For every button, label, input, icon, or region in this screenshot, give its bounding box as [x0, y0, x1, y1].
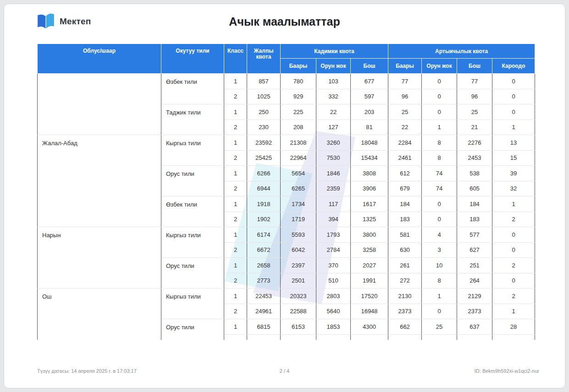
- value-cell: 2359: [316, 181, 351, 196]
- value-cell: [351, 334, 388, 340]
- value-cell: 22: [316, 104, 351, 120]
- value-cell: 2373: [388, 304, 422, 319]
- value-cell: 1793: [316, 227, 351, 243]
- region-cell: Нарын: [38, 227, 161, 289]
- col-header-class: Класс: [224, 44, 247, 74]
- value-cell: 0: [492, 273, 535, 289]
- value-cell: 1325: [351, 212, 388, 227]
- value-cell: 3808: [351, 166, 388, 181]
- value-cell: 1719: [281, 212, 316, 227]
- value-cell: 627: [457, 242, 492, 258]
- value-cell: 6266: [247, 166, 281, 181]
- value-cell: 261: [388, 258, 422, 273]
- brand-name: Мектеп: [60, 16, 91, 27]
- value-cell: 6042: [281, 242, 316, 258]
- region-cell: [38, 74, 161, 135]
- value-cell: 10: [422, 258, 457, 273]
- value-cell: 1846: [316, 166, 351, 181]
- value-cell: 183: [388, 212, 422, 227]
- col-header-priority-free: Бош: [457, 59, 492, 74]
- value-cell: 2658: [247, 258, 281, 273]
- value-cell: 3: [422, 242, 457, 258]
- language-cell: Таджик тили: [161, 104, 224, 135]
- class-cell: 1: [224, 135, 247, 151]
- value-cell: 28: [492, 319, 535, 335]
- value-cell: 25: [457, 104, 492, 120]
- value-cell: 96: [388, 89, 422, 104]
- value-cell: 1: [422, 120, 457, 135]
- value-cell: 1: [492, 120, 535, 135]
- class-cell: 2: [224, 212, 247, 227]
- col-header-priority-all: Баары: [388, 59, 422, 74]
- value-cell: 208: [281, 120, 316, 135]
- value-cell: 630: [388, 242, 422, 258]
- class-cell: 2: [224, 242, 247, 258]
- value-cell: 0: [422, 104, 457, 120]
- class-cell: 1: [224, 319, 247, 335]
- value-cell: 4300: [351, 319, 388, 335]
- value-cell: 13: [492, 135, 535, 151]
- value-cell: 4: [422, 227, 457, 243]
- value-cell: 1902: [247, 212, 281, 227]
- value-cell: 127: [316, 120, 351, 135]
- value-cell: 117: [316, 196, 351, 212]
- value-cell: 22: [388, 120, 422, 135]
- value-cell: [388, 334, 422, 340]
- value-cell: 662: [388, 319, 422, 335]
- value-cell: 2803: [316, 289, 351, 304]
- value-cell: 0: [492, 104, 535, 120]
- value-cell: 230: [247, 120, 281, 135]
- col-header-regular-noplace: Орун жок: [316, 59, 351, 74]
- value-cell: 2: [492, 289, 535, 304]
- value-cell: 1: [422, 289, 457, 304]
- report-page: Мектеп Ачык маалыматтар Облус/шаар Окуту…: [4, 4, 565, 388]
- value-cell: 677: [351, 74, 388, 89]
- col-header-review: Кароодо: [492, 59, 535, 74]
- value-cell: 0: [422, 74, 457, 89]
- col-header-total-quota: Жалпы квота: [247, 44, 281, 74]
- value-cell: 20323: [281, 289, 316, 304]
- value-cell: 929: [281, 89, 316, 104]
- col-header-regular-free: Бош: [351, 59, 388, 74]
- value-cell: 0: [422, 89, 457, 104]
- value-cell: 3906: [351, 181, 388, 196]
- value-cell: [492, 334, 535, 340]
- value-cell: 81: [351, 120, 388, 135]
- value-cell: 780: [281, 74, 316, 89]
- value-cell: 679: [388, 181, 422, 196]
- value-cell: 7530: [316, 150, 351, 166]
- value-cell: 24961: [247, 304, 281, 319]
- table-header: Облус/шаар Окутуу тили Класс Жалпы квота…: [38, 44, 535, 74]
- value-cell: 25425: [247, 150, 281, 166]
- value-cell: 637: [457, 319, 492, 335]
- value-cell: 251: [457, 258, 492, 273]
- value-cell: 25: [422, 319, 457, 335]
- class-cell: 2: [224, 181, 247, 196]
- value-cell: 74: [422, 181, 457, 196]
- class-cell: 1: [224, 289, 247, 304]
- value-cell: 184: [457, 196, 492, 212]
- value-cell: 21308: [281, 135, 316, 151]
- value-cell: 1: [492, 196, 535, 212]
- class-cell: 1: [224, 258, 247, 273]
- col-header-regular-quota-group: Кадимки квота: [281, 44, 388, 59]
- value-cell: 77: [457, 74, 492, 89]
- value-cell: 15: [492, 150, 535, 166]
- value-cell: 3260: [316, 135, 351, 151]
- value-cell: 2: [492, 258, 535, 273]
- value-cell: 538: [457, 166, 492, 181]
- value-cell: 8: [422, 273, 457, 289]
- language-cell: Кыргыз тили: [161, 135, 224, 166]
- value-cell: 6174: [247, 227, 281, 243]
- value-cell: 1734: [281, 196, 316, 212]
- class-cell: 1: [224, 74, 247, 89]
- value-cell: 0: [492, 74, 535, 89]
- language-cell: Орус тили: [161, 258, 224, 289]
- value-cell: [457, 334, 492, 340]
- value-cell: 0: [422, 212, 457, 227]
- value-cell: 1918: [247, 196, 281, 212]
- quota-table: Облус/шаар Окутуу тили Класс Жалпы квота…: [37, 44, 535, 340]
- value-cell: 6672: [247, 242, 281, 258]
- value-cell: [281, 334, 316, 340]
- class-cell: 2: [224, 150, 247, 166]
